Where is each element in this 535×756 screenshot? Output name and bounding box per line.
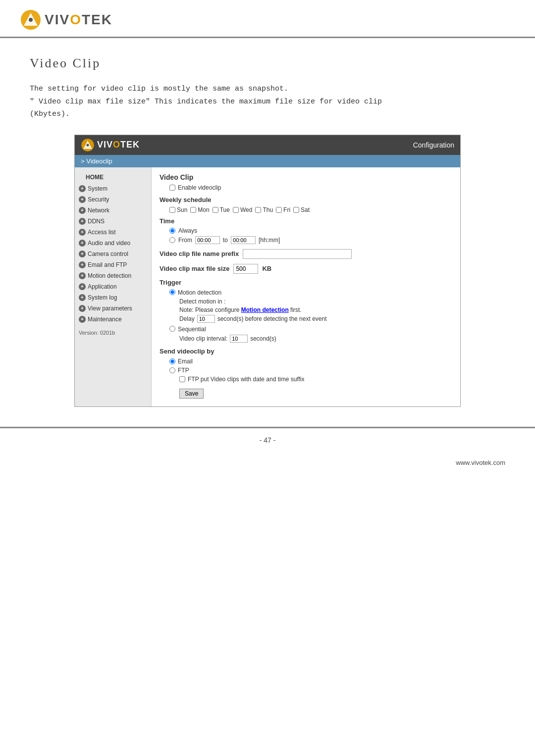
sidebar-item-application[interactable]: Application [75, 281, 151, 292]
interval-row: Video clip interval: second(s) [179, 335, 452, 343]
day-wed: Wed [233, 206, 252, 213]
trigger-sequential-option: Sequential [169, 326, 452, 333]
sidebar-item-cameracontrol[interactable]: Camera control [75, 249, 151, 259]
vivotek-logo-icon [20, 9, 42, 31]
send-email-option: Email [169, 358, 452, 365]
sidebar-item-security[interactable]: Security [75, 194, 151, 205]
sidebar-label-motiondetection: Motion detection [88, 272, 131, 279]
ftp-suffix-row: FTP put Video clips with date and time s… [179, 376, 452, 383]
interval-suffix: second(s) [250, 335, 276, 342]
label-to: to [223, 237, 228, 244]
panel-body: HOME System Security Network DDNS [75, 167, 460, 406]
prefix-input[interactable] [243, 249, 352, 259]
day-mon: Mon [190, 206, 209, 213]
prefix-label: Video clip file name prefix [160, 250, 239, 257]
sidebar-item-systemlog[interactable]: System log [75, 292, 151, 303]
label-wed: Wed [240, 206, 252, 213]
delay-input[interactable] [197, 315, 215, 323]
sidebar-item-viewparameters[interactable]: View parameters [75, 303, 151, 314]
send-ftp-option: FTP [169, 367, 452, 374]
sidebar-item-emailandftp[interactable]: Email and FTP [75, 259, 151, 270]
expand-icon-cameracontrol [79, 251, 86, 257]
expand-icon-security [79, 196, 86, 203]
label-hhmm: [hh:mm] [259, 237, 280, 244]
label-fri: Fri [283, 206, 290, 213]
trigger-title: Trigger [160, 279, 452, 286]
config-header: VIVOTEK Configuration [75, 135, 460, 155]
interval-input[interactable] [230, 335, 248, 343]
sidebar-item-home[interactable]: HOME [75, 171, 151, 183]
expand-icon-ddns [79, 218, 86, 225]
maxsize-field-row: Video clip max file size KB [160, 264, 452, 274]
delay-row: Delay second(s) before detecting the nex… [179, 315, 452, 323]
intro-line2: " Video clip max file size" This indicat… [30, 96, 505, 108]
svg-point-2 [29, 18, 33, 22]
expand-icon-viewparameters [79, 305, 86, 312]
checkbox-sun[interactable] [169, 207, 175, 213]
config-header-logo: VIVOTEK [81, 138, 140, 152]
checkbox-tue[interactable] [213, 207, 218, 213]
checkbox-thu[interactable] [255, 207, 261, 213]
intro-text: The setting for video clip is mostly the… [30, 83, 505, 121]
day-tue: Tue [213, 206, 230, 213]
note-text: Note: Please configure [179, 306, 241, 313]
expand-icon-application [79, 283, 86, 290]
checkbox-sat[interactable] [293, 207, 299, 213]
radio-from[interactable] [169, 237, 175, 243]
motion-detection-link[interactable]: Motion detection [241, 306, 289, 313]
expand-icon-network [79, 207, 86, 214]
radio-ftp[interactable] [169, 367, 175, 373]
sidebar-item-accesslist[interactable]: Access list [75, 227, 151, 238]
prefix-field-row: Video clip file name prefix [160, 249, 452, 259]
page-title: Video Clip [30, 56, 505, 71]
time-always-row: Always [169, 227, 452, 234]
label-motion: Motion detection [178, 289, 221, 296]
header-logo-text: VIVOTEK [45, 12, 112, 28]
enable-videoclip-checkbox[interactable] [169, 185, 175, 191]
maxsize-input[interactable] [233, 264, 258, 274]
sidebar-label-cameracontrol: Camera control [88, 251, 128, 257]
sidebar-item-network[interactable]: Network [75, 205, 151, 216]
main-content: Video Clip The setting for video clip is… [0, 38, 535, 407]
label-sequential: Sequential [178, 326, 206, 333]
label-from: From [178, 237, 192, 244]
checkbox-mon[interactable] [190, 207, 196, 213]
detect-motion-sub: Detect motion in : [179, 298, 452, 305]
videoclip-section-title: Video Clip [160, 173, 452, 181]
header-logo: VIVOTEK [20, 9, 515, 31]
website-label: www.vivotek.com [0, 459, 535, 466]
from-time-input[interactable] [195, 236, 220, 244]
send-title: Send videoclip by [160, 348, 452, 355]
sidebar-label-audioandvideo: Audio and video [88, 240, 130, 247]
sidebar-item-ddns[interactable]: DDNS [75, 216, 151, 227]
sidebar-item-system[interactable]: System [75, 183, 151, 194]
radio-email[interactable] [169, 358, 175, 364]
note-end: first. [289, 306, 302, 313]
day-sun: Sun [169, 206, 187, 213]
ftp-suffix-label: FTP put Video clips with date and time s… [188, 376, 304, 383]
save-button[interactable]: Save [179, 389, 204, 399]
enable-videoclip-row: Enable videoclip [169, 184, 452, 191]
label-always: Always [178, 227, 197, 234]
interval-label: Video clip interval: [179, 335, 227, 342]
day-fri: Fri [276, 206, 290, 213]
expand-icon-maintenance [79, 316, 86, 323]
sidebar-item-audioandvideo[interactable]: Audio and video [75, 238, 151, 249]
ftp-suffix-checkbox[interactable] [179, 376, 185, 382]
checkbox-fri[interactable] [276, 207, 282, 213]
to-time-input[interactable] [231, 236, 256, 244]
config-logo-text: VIVOTEK [97, 140, 140, 150]
days-row: Sun Mon Tue Wed [169, 206, 452, 213]
checkbox-wed[interactable] [233, 207, 239, 213]
sidebar-item-motiondetection[interactable]: Motion detection [75, 270, 151, 281]
radio-motion[interactable] [169, 289, 175, 295]
sidebar-label-ddns: DDNS [88, 218, 105, 225]
breadcrumb: > Videoclip [75, 155, 460, 167]
page-number: - 47 - [0, 436, 535, 444]
config-panel: VIVOTEK Configuration > Videoclip HOME S… [74, 135, 461, 407]
sidebar-item-maintenance[interactable]: Maintenance [75, 314, 151, 325]
sidebar-label-application: Application [88, 283, 117, 290]
radio-sequential[interactable] [169, 326, 175, 332]
kb-label: KB [262, 265, 271, 272]
radio-always[interactable] [169, 228, 175, 234]
